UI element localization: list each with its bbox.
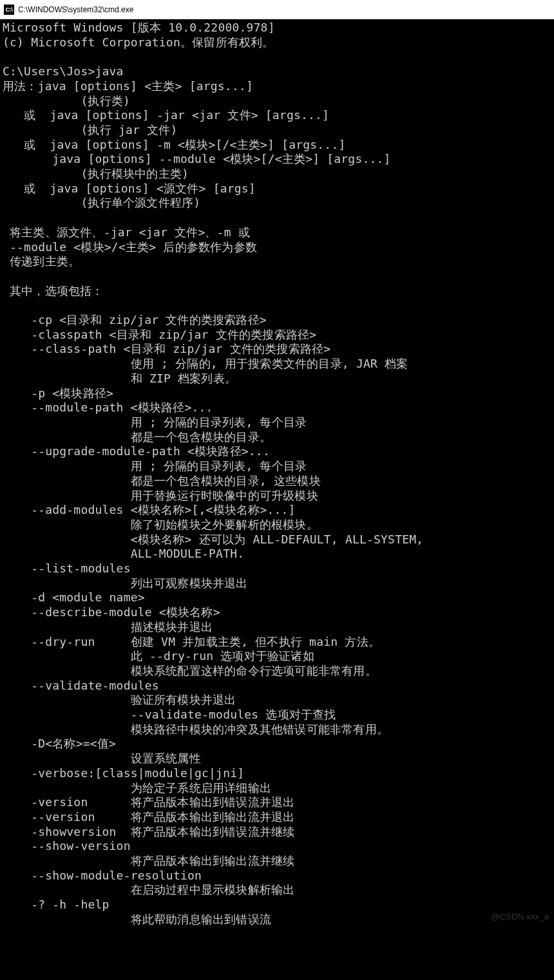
- terminal-output[interactable]: Microsoft Windows [版本 10.0.22000.978] (c…: [0, 19, 554, 928]
- terminal-text: Microsoft Windows [版本 10.0.22000.978] (c…: [3, 21, 423, 926]
- cmd-icon: C:\: [4, 5, 14, 15]
- window-titlebar[interactable]: C:\ C:\WINDOWS\system32\cmd.exe: [0, 0, 554, 19]
- watermark-text: @CSDN xxx_a: [491, 910, 549, 925]
- window-title: C:\WINDOWS\system32\cmd.exe: [18, 5, 133, 14]
